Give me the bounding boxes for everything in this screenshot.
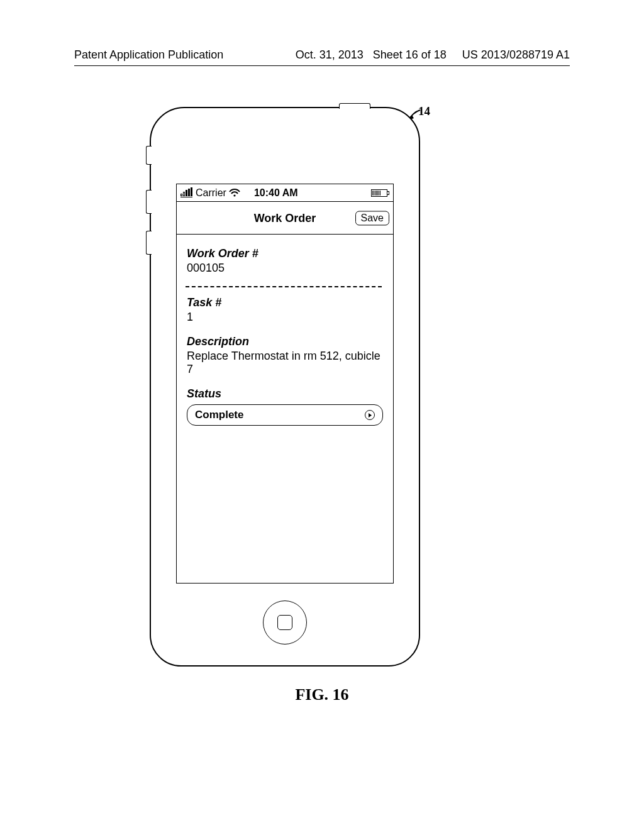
volume-down-button	[146, 231, 152, 255]
signal-icon	[180, 189, 192, 197]
work-order-block: Work Order # 000105	[187, 247, 383, 275]
description-label: Description	[187, 335, 383, 348]
battery-icon	[371, 189, 389, 197]
page-header: Patent Application Publication Oct. 31, …	[74, 48, 570, 62]
work-order-value: 000105	[187, 262, 383, 275]
save-button[interactable]: Save	[355, 211, 389, 225]
device-frame: Carrier 10:40 AM Work Order Save Work Or…	[150, 107, 420, 667]
wifi-icon	[229, 189, 240, 197]
volume-up-button	[146, 190, 152, 214]
home-icon	[277, 615, 292, 630]
status-time: 10:40 AM	[254, 187, 298, 199]
carrier-label: Carrier	[196, 187, 226, 199]
status-select[interactable]: Complete	[187, 404, 383, 426]
chevron-right-icon	[365, 410, 375, 420]
power-button	[339, 103, 370, 109]
publication-number: US 2013/0288719 A1	[462, 48, 570, 61]
nav-bar: Work Order Save	[177, 202, 393, 235]
figure-caption: FIG. 16	[0, 685, 644, 704]
sheet-number: Sheet 16 of 18	[373, 48, 447, 61]
publication-date: Oct. 31, 2013	[296, 48, 364, 61]
description-value: Replace Thermostat in rm 512, cubicle 7	[187, 350, 383, 376]
mute-switch	[146, 146, 152, 165]
svg-point-0	[233, 194, 235, 196]
task-value: 1	[187, 311, 383, 324]
home-button[interactable]	[263, 600, 307, 645]
divider	[186, 286, 382, 287]
task-label: Task #	[187, 296, 383, 309]
task-block: Task # 1	[187, 296, 383, 324]
publication-label: Patent Application Publication	[74, 48, 223, 62]
header-rule	[74, 65, 570, 66]
status-bar: Carrier 10:40 AM	[177, 184, 393, 202]
publication-meta: Oct. 31, 2013 Sheet 16 of 18 US 2013/028…	[296, 48, 570, 62]
content-area: Work Order # 000105 Task # 1 Description…	[177, 235, 393, 426]
status-label: Status	[187, 387, 383, 401]
screen: Carrier 10:40 AM Work Order Save Work Or…	[176, 184, 394, 584]
status-value: Complete	[195, 409, 243, 421]
description-block: Description Replace Thermostat in rm 512…	[187, 335, 383, 376]
work-order-label: Work Order #	[187, 247, 383, 260]
